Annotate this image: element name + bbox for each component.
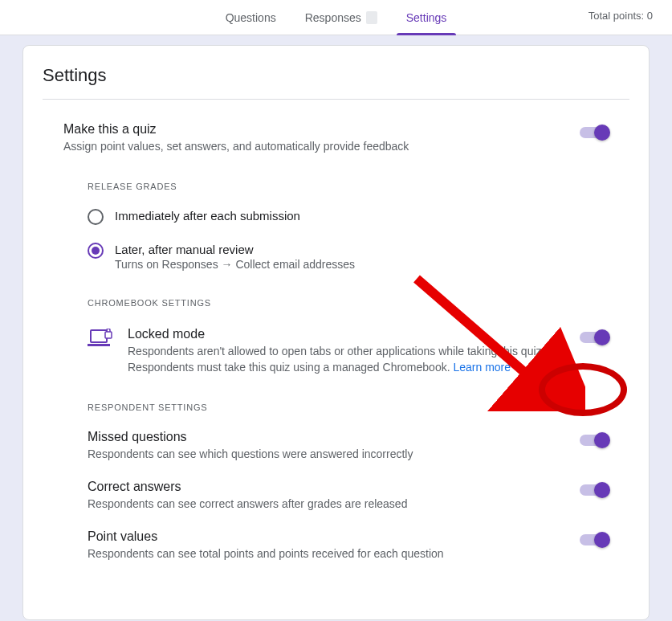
- radio-icon: [88, 209, 104, 225]
- total-points-label: Total points: 0: [589, 10, 653, 22]
- correct-toggle[interactable]: [580, 484, 609, 496]
- locked-mode-row: Locked mode Respondents aren't allowed t…: [88, 327, 609, 375]
- points-title: Point values: [88, 529, 548, 544]
- release-grades-label: RELEASE GRADES: [88, 182, 609, 191]
- points-row: Point values Respondents can see total p…: [88, 512, 609, 562]
- radio-immediate-label: Immediately after each submission: [115, 209, 300, 223]
- radio-later[interactable]: Later, after manual review Turns on Resp…: [88, 243, 609, 271]
- tab-settings[interactable]: Settings: [392, 0, 462, 35]
- missed-desc: Respondents can see which questions were…: [88, 446, 548, 462]
- settings-card: Settings Make this a quiz Assign point v…: [22, 45, 650, 620]
- settings-title: Settings: [43, 65, 629, 100]
- tab-responses-label: Responses: [305, 11, 361, 24]
- locked-mode-title: Locked mode: [128, 327, 548, 341]
- radio-icon: [88, 243, 104, 259]
- correct-desc: Respondents can see correct answers afte…: [88, 496, 548, 512]
- points-desc: Respondents can see total points and poi…: [88, 545, 548, 562]
- missed-row: Missed questions Respondents can see whi…: [88, 412, 609, 462]
- tab-responses[interactable]: Responses: [291, 0, 392, 35]
- missed-title: Missed questions: [88, 430, 548, 444]
- make-quiz-row: Make this a quiz Assign point values, se…: [63, 100, 609, 154]
- respondent-label: RESPONDENT SETTINGS: [88, 402, 609, 412]
- radio-later-sub: Turns on Responses → Collect email addre…: [115, 258, 355, 271]
- chromebook-label: CHROMEBOOK SETTINGS: [88, 298, 609, 308]
- svg-rect-0: [91, 330, 107, 342]
- radio-immediate[interactable]: Immediately after each submission: [88, 209, 609, 225]
- missed-toggle[interactable]: [580, 435, 609, 446]
- responses-badge-icon: [366, 11, 377, 24]
- make-quiz-title: Make this a quiz: [63, 122, 548, 137]
- svg-rect-2: [105, 332, 112, 338]
- locked-mode-desc: Respondents aren't allowed to open tabs …: [128, 343, 548, 375]
- tab-questions[interactable]: Questions: [211, 0, 291, 35]
- learn-more-link[interactable]: Learn more: [453, 361, 511, 374]
- points-toggle[interactable]: [580, 534, 609, 545]
- top-bar: Questions Responses Settings Total point…: [0, 0, 672, 35]
- make-quiz-toggle[interactable]: [580, 127, 609, 138]
- correct-title: Correct answers: [88, 480, 548, 494]
- correct-row: Correct answers Respondents can see corr…: [88, 462, 609, 512]
- tabs: Questions Responses Settings: [211, 0, 462, 35]
- make-quiz-desc: Assign point values, set answers, and au…: [63, 138, 548, 154]
- radio-later-label: Later, after manual review: [115, 243, 355, 256]
- locked-mode-toggle[interactable]: [580, 332, 609, 343]
- svg-rect-1: [88, 344, 110, 346]
- chromebook-lock-icon: [88, 329, 113, 353]
